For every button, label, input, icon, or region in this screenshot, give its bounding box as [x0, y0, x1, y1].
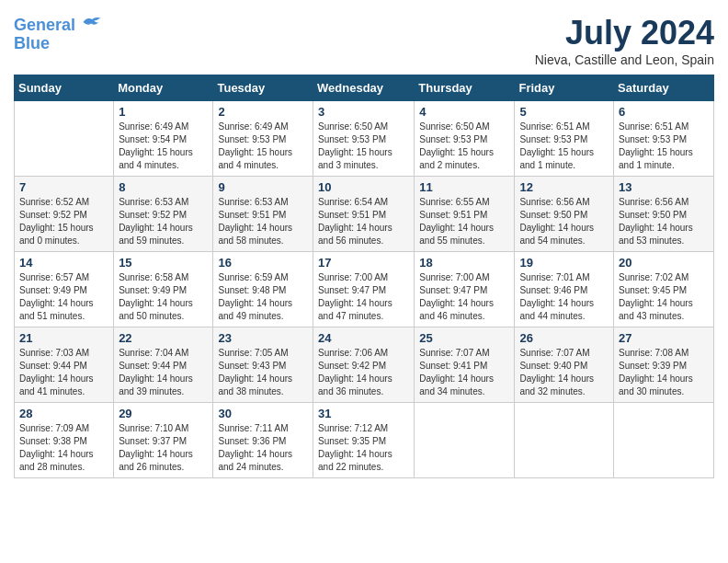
day-info: Sunrise: 7:00 AM Sunset: 9:47 PM Dayligh…: [318, 271, 409, 323]
day-info: Sunrise: 7:04 AM Sunset: 9:44 PM Dayligh…: [119, 347, 208, 398]
calendar-day-cell: 14Sunrise: 6:57 AM Sunset: 9:49 PM Dayli…: [15, 252, 114, 327]
calendar-week-row: 7Sunrise: 6:52 AM Sunset: 9:52 PM Daylig…: [15, 177, 714, 252]
day-number: 28: [19, 407, 108, 420]
title-block: July 2024 Nieva, Castille and Leon, Spai…: [535, 14, 714, 67]
calendar-week-row: 28Sunrise: 7:09 AM Sunset: 9:38 PM Dayli…: [15, 403, 714, 478]
calendar-day-cell: 11Sunrise: 6:55 AM Sunset: 9:51 PM Dayli…: [415, 177, 515, 252]
calendar-day-cell: [614, 403, 714, 478]
calendar-day-cell: 26Sunrise: 7:07 AM Sunset: 9:40 PM Dayli…: [515, 327, 614, 403]
calendar-day-cell: 23Sunrise: 7:05 AM Sunset: 9:43 PM Dayli…: [213, 327, 313, 403]
calendar-day-cell: 5Sunrise: 6:51 AM Sunset: 9:53 PM Daylig…: [515, 101, 614, 177]
day-number: 23: [218, 331, 308, 345]
weekday-header-row: SundayMondayTuesdayWednesdayThursdayFrid…: [15, 75, 714, 101]
day-number: 14: [19, 256, 108, 270]
calendar-table: SundayMondayTuesdayWednesdayThursdayFrid…: [14, 75, 714, 478]
day-info: Sunrise: 7:08 AM Sunset: 9:39 PM Dayligh…: [619, 347, 709, 398]
day-info: Sunrise: 7:05 AM Sunset: 9:43 PM Dayligh…: [218, 347, 308, 398]
month-title: July 2024: [535, 14, 714, 52]
calendar-day-cell: 20Sunrise: 7:02 AM Sunset: 9:45 PM Dayli…: [614, 252, 714, 327]
day-number: 15: [119, 256, 208, 270]
day-number: 21: [19, 331, 108, 345]
calendar-week-row: 21Sunrise: 7:03 AM Sunset: 9:44 PM Dayli…: [15, 327, 714, 403]
calendar-day-cell: 29Sunrise: 7:10 AM Sunset: 9:37 PM Dayli…: [114, 403, 213, 478]
day-info: Sunrise: 7:03 AM Sunset: 9:44 PM Dayligh…: [19, 347, 108, 398]
day-info: Sunrise: 6:52 AM Sunset: 9:52 PM Dayligh…: [19, 196, 108, 247]
calendar-day-cell: 19Sunrise: 7:01 AM Sunset: 9:46 PM Dayli…: [515, 252, 614, 327]
calendar-day-cell: 27Sunrise: 7:08 AM Sunset: 9:39 PM Dayli…: [614, 327, 714, 403]
day-info: Sunrise: 6:58 AM Sunset: 9:49 PM Dayligh…: [119, 271, 208, 323]
page-header: General Blue July 2024 Nieva, Castille a…: [14, 14, 714, 67]
day-info: Sunrise: 6:51 AM Sunset: 9:53 PM Dayligh…: [519, 121, 609, 172]
day-number: 19: [519, 256, 609, 270]
day-number: 30: [218, 407, 308, 420]
day-info: Sunrise: 6:50 AM Sunset: 9:53 PM Dayligh…: [419, 121, 509, 172]
calendar-day-cell: 18Sunrise: 7:00 AM Sunset: 9:47 PM Dayli…: [415, 252, 515, 327]
day-info: Sunrise: 7:11 AM Sunset: 9:36 PM Dayligh…: [218, 422, 308, 474]
day-number: 20: [619, 256, 709, 270]
day-number: 9: [218, 180, 308, 194]
day-number: 6: [619, 105, 709, 119]
day-info: Sunrise: 7:01 AM Sunset: 9:46 PM Dayligh…: [519, 271, 609, 323]
day-info: Sunrise: 6:53 AM Sunset: 9:51 PM Dayligh…: [218, 196, 308, 247]
calendar-day-cell: [15, 101, 114, 177]
day-number: 11: [419, 180, 509, 194]
logo-text: General: [14, 14, 102, 35]
day-number: 4: [419, 105, 509, 119]
weekday-header-cell: Wednesday: [313, 75, 415, 101]
day-info: Sunrise: 6:51 AM Sunset: 9:53 PM Dayligh…: [619, 121, 709, 172]
logo-bird-icon: [82, 14, 102, 30]
calendar-day-cell: 28Sunrise: 7:09 AM Sunset: 9:38 PM Dayli…: [15, 403, 114, 478]
day-number: 3: [318, 105, 409, 119]
day-info: Sunrise: 7:12 AM Sunset: 9:35 PM Dayligh…: [318, 422, 409, 474]
day-info: Sunrise: 6:54 AM Sunset: 9:51 PM Dayligh…: [318, 196, 409, 247]
calendar-week-row: 14Sunrise: 6:57 AM Sunset: 9:49 PM Dayli…: [15, 252, 714, 327]
day-info: Sunrise: 6:56 AM Sunset: 9:50 PM Dayligh…: [519, 196, 609, 247]
calendar-day-cell: 22Sunrise: 7:04 AM Sunset: 9:44 PM Dayli…: [114, 327, 213, 403]
day-number: 16: [218, 256, 308, 270]
day-info: Sunrise: 6:55 AM Sunset: 9:51 PM Dayligh…: [419, 196, 509, 247]
calendar-day-cell: 15Sunrise: 6:58 AM Sunset: 9:49 PM Dayli…: [114, 252, 213, 327]
weekday-header-cell: Friday: [515, 75, 614, 101]
day-number: 17: [318, 256, 409, 270]
day-info: Sunrise: 7:00 AM Sunset: 9:47 PM Dayligh…: [419, 271, 509, 323]
day-number: 5: [519, 105, 609, 119]
weekday-header-cell: Thursday: [415, 75, 515, 101]
calendar-day-cell: 4Sunrise: 6:50 AM Sunset: 9:53 PM Daylig…: [415, 101, 515, 177]
day-info: Sunrise: 7:07 AM Sunset: 9:40 PM Dayligh…: [519, 347, 609, 398]
calendar-day-cell: 2Sunrise: 6:49 AM Sunset: 9:53 PM Daylig…: [213, 101, 313, 177]
day-info: Sunrise: 6:53 AM Sunset: 9:52 PM Dayligh…: [119, 196, 208, 247]
calendar-day-cell: 21Sunrise: 7:03 AM Sunset: 9:44 PM Dayli…: [15, 327, 114, 403]
calendar-day-cell: [515, 403, 614, 478]
calendar-day-cell: 1Sunrise: 6:49 AM Sunset: 9:54 PM Daylig…: [114, 101, 213, 177]
day-number: 13: [619, 180, 709, 194]
day-info: Sunrise: 6:49 AM Sunset: 9:53 PM Dayligh…: [218, 121, 308, 172]
location: Nieva, Castille and Leon, Spain: [535, 52, 714, 67]
day-number: 12: [519, 180, 609, 194]
calendar-day-cell: 24Sunrise: 7:06 AM Sunset: 9:42 PM Dayli…: [313, 327, 415, 403]
day-info: Sunrise: 6:57 AM Sunset: 9:49 PM Dayligh…: [19, 271, 108, 323]
day-number: 8: [119, 180, 208, 194]
calendar-day-cell: 31Sunrise: 7:12 AM Sunset: 9:35 PM Dayli…: [313, 403, 415, 478]
day-number: 7: [19, 180, 108, 194]
day-number: 26: [519, 331, 609, 345]
logo-text-2: Blue: [14, 35, 102, 53]
day-number: 10: [318, 180, 409, 194]
calendar-day-cell: 3Sunrise: 6:50 AM Sunset: 9:53 PM Daylig…: [313, 101, 415, 177]
day-number: 22: [119, 331, 208, 345]
weekday-header-cell: Saturday: [614, 75, 714, 101]
calendar-day-cell: 30Sunrise: 7:11 AM Sunset: 9:36 PM Dayli…: [213, 403, 313, 478]
calendar-day-cell: 12Sunrise: 6:56 AM Sunset: 9:50 PM Dayli…: [515, 177, 614, 252]
calendar-day-cell: 8Sunrise: 6:53 AM Sunset: 9:52 PM Daylig…: [114, 177, 213, 252]
calendar-week-row: 1Sunrise: 6:49 AM Sunset: 9:54 PM Daylig…: [15, 101, 714, 177]
day-info: Sunrise: 7:10 AM Sunset: 9:37 PM Dayligh…: [119, 422, 208, 474]
day-number: 25: [419, 331, 509, 345]
logo: General Blue: [14, 14, 102, 53]
weekday-header-cell: Sunday: [15, 75, 114, 101]
day-info: Sunrise: 6:50 AM Sunset: 9:53 PM Dayligh…: [318, 121, 409, 172]
calendar-day-cell: 10Sunrise: 6:54 AM Sunset: 9:51 PM Dayli…: [313, 177, 415, 252]
calendar-day-cell: 17Sunrise: 7:00 AM Sunset: 9:47 PM Dayli…: [313, 252, 415, 327]
calendar-day-cell: 25Sunrise: 7:07 AM Sunset: 9:41 PM Dayli…: [415, 327, 515, 403]
day-number: 2: [218, 105, 308, 119]
weekday-header-cell: Monday: [114, 75, 213, 101]
calendar-body: 1Sunrise: 6:49 AM Sunset: 9:54 PM Daylig…: [15, 101, 714, 478]
